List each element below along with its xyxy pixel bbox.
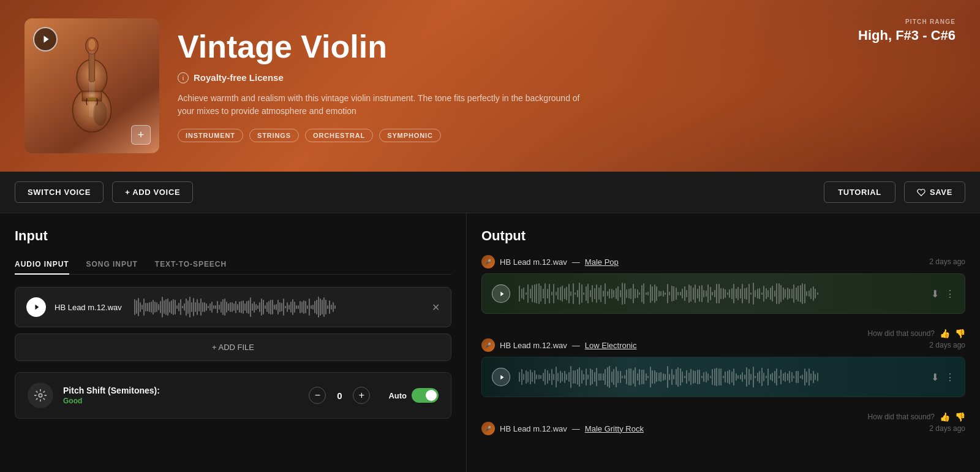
waveform-bar: [652, 286, 653, 301]
file-play-button[interactable]: [26, 297, 46, 317]
thumbs-down-2[interactable]: 👎: [955, 412, 965, 422]
pitch-decrease-button[interactable]: −: [309, 387, 326, 404]
waveform-bar: [761, 292, 763, 295]
waveform-bar: [333, 302, 334, 313]
waveform-bar: [549, 373, 550, 380]
album-play-button[interactable]: [33, 27, 58, 51]
waveform-bar: [590, 368, 591, 386]
waveform-bar: [613, 290, 614, 297]
waveform-bar: [677, 292, 679, 295]
waveform-bar: [147, 303, 148, 311]
more-options-2[interactable]: ⋮: [945, 371, 955, 383]
output-play-1[interactable]: [492, 284, 510, 303]
waveform-bar: [806, 371, 807, 383]
waveform-bar: [182, 306, 183, 308]
thumbs-up-1[interactable]: 👍: [940, 329, 950, 338]
waveform-bar: [568, 372, 570, 382]
output-time-2: 2 days ago: [929, 341, 965, 349]
waveform-bar: [787, 373, 788, 380]
waveform-bar: [266, 302, 268, 312]
download-button-1[interactable]: ⬇: [931, 288, 939, 300]
waveform-bar: [714, 290, 715, 298]
waveform-bar: [290, 302, 292, 313]
album-art: +: [24, 18, 159, 153]
waveform-bar: [766, 288, 767, 300]
waveform-bar: [276, 304, 277, 310]
tab-text-to-speech[interactable]: TEXT-TO-SPEECH: [155, 255, 227, 275]
waveform-bar: [534, 370, 535, 384]
waveform-bar: [547, 370, 548, 384]
thumbs-down-1[interactable]: 👎: [955, 329, 965, 338]
waveform-bar: [598, 287, 600, 300]
tutorial-button[interactable]: TUTORIAL: [824, 181, 895, 203]
output-dash-3: —: [572, 424, 580, 433]
output-voice-2[interactable]: Low Electronic: [585, 341, 637, 350]
waveform-bar: [757, 289, 758, 299]
waveform-bar: [725, 289, 726, 297]
waveform-bar: [785, 289, 786, 299]
waveform-bar: [547, 289, 548, 298]
switch-voice-button[interactable]: SWITCH VOICE: [15, 181, 104, 203]
waveform-bar: [706, 371, 707, 383]
waveform-bar: [635, 367, 636, 386]
add-voice-button[interactable]: + ADD VOICE: [112, 181, 193, 203]
waveform-bar: [553, 374, 554, 379]
tab-audio-input[interactable]: AUDIO INPUT: [15, 255, 69, 275]
svg-marker-13: [36, 305, 39, 310]
tab-song-input[interactable]: SONG INPUT: [86, 255, 138, 275]
thumbs-up-2[interactable]: 👍: [940, 412, 950, 422]
input-tab-bar: AUDIO INPUT SONG INPUT TEXT-TO-SPEECH: [15, 255, 451, 275]
waveform-bar: [641, 285, 643, 303]
waveform-bar: [217, 301, 218, 313]
waveform-bar: [682, 289, 683, 299]
waveform-bar: [622, 376, 623, 378]
album-add-button[interactable]: +: [131, 125, 151, 145]
waveform-bar: [202, 302, 203, 312]
waveform-bar: [643, 283, 644, 303]
waveform-bar: [740, 289, 741, 298]
waveform-bar: [189, 297, 190, 317]
waveform-bar: [723, 288, 724, 299]
waveform-bar: [140, 302, 141, 312]
waveform-bar: [669, 374, 670, 380]
waveform-bar: [156, 302, 157, 312]
output-voice-1[interactable]: Male Pop: [585, 257, 619, 267]
download-button-2[interactable]: ⬇: [931, 371, 939, 383]
pitch-controls: − 0 +: [309, 387, 370, 404]
output-voice-3[interactable]: Male Gritty Rock: [585, 424, 644, 433]
waveform-bar: [796, 287, 797, 300]
waveform-bar: [592, 370, 593, 385]
waveform-bar: [195, 302, 196, 312]
waveform-bar: [184, 303, 185, 311]
waveform-bar: [806, 291, 807, 295]
waveform-bar: [530, 370, 531, 384]
add-file-button[interactable]: + ADD FILE: [15, 333, 451, 361]
svg-rect-10: [88, 97, 96, 101]
waveform-bar: [557, 373, 559, 381]
waveform-bar: [701, 285, 703, 302]
waveform-bar: [671, 286, 673, 302]
waveform-bar: [643, 370, 644, 384]
save-button[interactable]: SAVE: [904, 181, 965, 203]
waveform-bar: [800, 376, 801, 378]
pitch-increase-button[interactable]: +: [353, 387, 370, 404]
waveform-bar: [772, 286, 773, 302]
waveform-bar: [714, 368, 715, 386]
tag-strings: STRINGS: [249, 129, 299, 142]
pitch-shift-box: Pitch Shift (Semitones): Good − 0 + Auto: [15, 372, 451, 419]
waveform-bar: [134, 299, 135, 314]
input-title: Input: [15, 228, 451, 244]
waveform-bar: [611, 371, 612, 383]
auto-toggle-switch[interactable]: [412, 388, 439, 403]
output-play-2[interactable]: [492, 368, 510, 386]
waveform-bar: [789, 371, 790, 384]
waveform-bar: [257, 305, 258, 309]
more-options-1[interactable]: ⋮: [945, 288, 955, 300]
remove-file-button[interactable]: ✕: [432, 302, 440, 313]
waveform-bar: [521, 369, 522, 384]
waveform-bar: [178, 303, 179, 312]
waveform-bar: [151, 302, 152, 312]
waveform-bar: [162, 297, 163, 318]
waveform-bar: [767, 368, 769, 386]
waveform-bar: [673, 286, 674, 301]
